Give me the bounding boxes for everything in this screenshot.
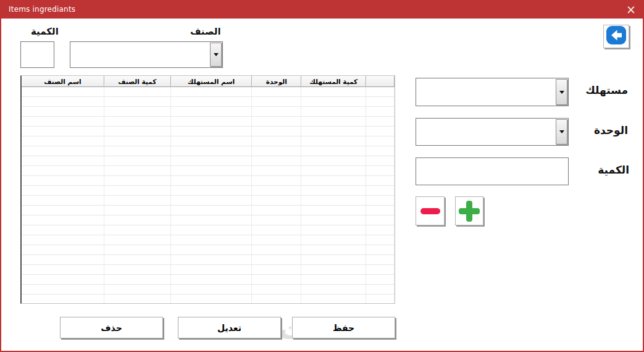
table-cell (22, 136, 104, 146)
table-cell (104, 265, 171, 274)
table-cell (171, 295, 253, 303)
table-cell (366, 97, 395, 106)
table-cell (22, 235, 104, 245)
table-cell (366, 255, 395, 264)
table-cell (301, 127, 366, 136)
table-cell (22, 196, 104, 205)
delete-button[interactable]: حذف (60, 317, 163, 338)
table-row[interactable] (22, 196, 395, 206)
table-cell (252, 127, 301, 136)
table-row[interactable] (22, 146, 395, 156)
table-row[interactable] (22, 275, 395, 285)
table-cell (252, 255, 301, 264)
table-row[interactable] (22, 117, 395, 127)
top-quantity-input[interactable] (20, 41, 54, 68)
table-row[interactable] (22, 127, 395, 136)
table-cell (366, 87, 395, 96)
table-cell (171, 146, 253, 156)
table-cell (22, 146, 104, 156)
add-button[interactable] (455, 196, 483, 225)
table-cell (22, 166, 104, 175)
grid-body[interactable] (22, 87, 395, 303)
table-row[interactable] (22, 206, 395, 216)
table-cell (104, 136, 171, 146)
table-cell (366, 176, 395, 185)
table-cell (22, 87, 104, 96)
table-cell (301, 107, 366, 116)
table-row[interactable] (22, 186, 395, 196)
table-cell (104, 186, 171, 195)
table-cell (252, 265, 301, 274)
edit-button[interactable]: تعديل (178, 317, 281, 338)
table-row[interactable] (22, 87, 395, 97)
ingredients-table[interactable]: اسم الصنفكمية الصنفاسم المستهلكالوحدةكمي… (20, 75, 395, 304)
item-combobox[interactable] (70, 41, 223, 68)
table-row[interactable] (22, 97, 395, 107)
table-cell (22, 127, 104, 136)
table-cell (171, 97, 253, 106)
grid-column-header[interactable] (366, 76, 395, 87)
table-cell (104, 156, 171, 166)
table-row[interactable] (22, 285, 395, 295)
grid-column-header[interactable]: اسم المستهلك (171, 76, 253, 87)
unit-combobox-dropdown-button[interactable] (556, 119, 567, 145)
table-row[interactable] (22, 136, 395, 146)
table-cell (366, 146, 395, 156)
table-cell (22, 285, 104, 294)
table-cell (22, 216, 104, 225)
title-bar: Items ingrediants × (0, 0, 644, 19)
consumer-combobox[interactable] (416, 78, 569, 106)
top-quantity-label: الكمية (31, 26, 59, 37)
table-cell (301, 295, 366, 303)
table-row[interactable] (22, 216, 395, 225)
app-window: Items ingrediants × الكمية الصنف اسم الص… (0, 0, 644, 352)
unit-combobox[interactable] (416, 118, 569, 146)
save-button[interactable]: حفظ (292, 317, 395, 338)
table-cell (252, 107, 301, 116)
table-row[interactable] (22, 166, 395, 176)
table-row[interactable] (22, 156, 395, 166)
item-combobox-dropdown-button[interactable] (210, 43, 222, 67)
table-cell (22, 255, 104, 264)
table-cell (22, 225, 104, 235)
table-cell (171, 136, 253, 146)
close-button[interactable]: × (619, 0, 643, 19)
side-quantity-input[interactable] (416, 157, 569, 185)
table-cell (366, 285, 395, 294)
table-cell (22, 107, 104, 116)
table-row[interactable] (22, 235, 395, 245)
table-row[interactable] (22, 176, 395, 186)
remove-button[interactable] (416, 196, 445, 225)
table-row[interactable] (22, 107, 395, 117)
table-cell (301, 196, 366, 205)
table-row[interactable] (22, 295, 395, 303)
table-cell (301, 245, 366, 254)
table-row[interactable] (22, 225, 395, 235)
table-cell (171, 196, 253, 205)
table-cell (171, 156, 253, 166)
back-button[interactable] (603, 25, 629, 48)
table-cell (171, 107, 253, 116)
table-row[interactable] (22, 265, 395, 275)
item-label: الصنف (190, 26, 221, 37)
table-row[interactable] (22, 255, 395, 265)
table-cell (104, 127, 171, 136)
grid-column-header[interactable]: الوحدة (252, 76, 301, 87)
table-cell (366, 156, 395, 166)
table-cell (366, 206, 395, 215)
table-cell (171, 265, 253, 274)
table-cell (104, 255, 171, 264)
table-cell (171, 255, 253, 264)
table-cell (252, 245, 301, 254)
grid-column-header[interactable]: كمية الصنف (104, 76, 171, 87)
table-row[interactable] (22, 245, 395, 255)
grid-column-header[interactable]: كمية المستهلك (301, 76, 366, 87)
table-cell (22, 295, 104, 303)
consumer-combobox-dropdown-button[interactable] (556, 79, 567, 105)
table-cell (22, 156, 104, 166)
table-cell (366, 136, 395, 146)
grid-column-header[interactable]: اسم الصنف (22, 76, 104, 87)
table-cell (171, 87, 253, 96)
table-cell (301, 87, 366, 96)
table-cell (171, 166, 253, 175)
